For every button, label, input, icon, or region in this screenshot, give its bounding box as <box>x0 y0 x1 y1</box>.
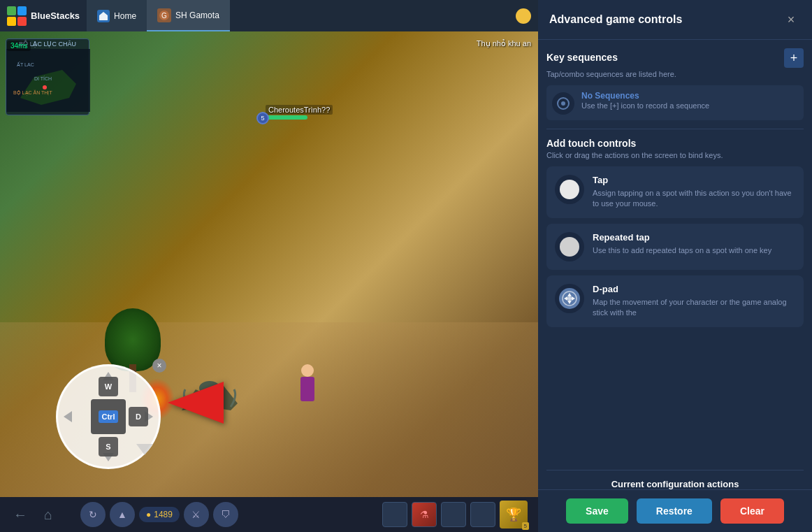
repeated-tap-card-desc: Use this to add repeated taps on a spot … <box>593 245 771 256</box>
location-label: Thụ nhỏ khu an <box>477 36 531 49</box>
dpad-control-card[interactable]: D-pad Map the movement of your character… <box>546 275 804 327</box>
home-tab-icon <box>97 10 110 22</box>
add-touch-subtitle: Click or drag the actions on the screen … <box>546 151 804 159</box>
skill-slot-4[interactable] <box>470 502 495 527</box>
skill-slot-3[interactable] <box>441 502 466 527</box>
tap-circle-icon <box>560 180 579 199</box>
gold-display: ● 1489 <box>139 507 180 522</box>
inventory-button[interactable]: ⚔ <box>184 502 209 527</box>
add-sequence-button[interactable]: + <box>784 48 804 68</box>
clear-button[interactable]: Clear <box>720 498 784 524</box>
collapse-arrow-icon[interactable] <box>136 444 153 455</box>
add-touch-controls-section: Add touch controls Click or drag the act… <box>546 138 804 327</box>
panel-title: Advanced game controls <box>549 13 682 26</box>
sequence-dot <box>561 101 565 106</box>
dpad-key-down: S <box>99 437 118 456</box>
repeated-tap-control-card[interactable]: Repeated tap Use this to add repeated ta… <box>546 224 804 270</box>
repeated-tap-icon <box>555 232 584 261</box>
svg-point-9 <box>43 85 47 89</box>
home-tab[interactable]: Home <box>87 0 147 31</box>
bluestacks-logo: BlueStacks <box>0 6 87 26</box>
tap-card-content: Tap Assign tapping on a spot with this a… <box>593 175 795 210</box>
panel-body[interactable]: Key sequences + Tap/combo sequences are … <box>538 40 812 454</box>
bluestacks-name: BlueStacks <box>31 10 80 21</box>
svg-rect-1 <box>17 6 27 15</box>
dpad-mini-icon <box>559 288 580 309</box>
player-character <box>293 364 321 406</box>
game-tab-icon: G <box>157 8 171 22</box>
no-sequences-desc: Use the [+] icon to record a sequence <box>581 101 709 111</box>
tap-icon <box>555 175 584 204</box>
tap-card-title: Tap <box>593 175 795 185</box>
dpad-center: Ctrl <box>91 399 126 434</box>
coin-icon <box>516 8 531 24</box>
key-sequences-subtitle: Tap/combo sequences are listed here. <box>546 70 804 78</box>
action-buttons-row: ↻ ▲ ● 1489 ⚔ ⛉ <box>80 502 238 527</box>
save-button[interactable]: Save <box>566 498 628 524</box>
refresh-button[interactable]: ↻ <box>80 502 106 527</box>
svg-point-19 <box>567 296 572 301</box>
dpad-card-icon <box>555 284 584 313</box>
current-config-title: Current configuration actions <box>546 479 804 489</box>
dpad-ctrl-key: Ctrl <box>99 410 119 423</box>
tap-control-card[interactable]: Tap Assign tapping on a spot with this a… <box>546 166 804 218</box>
game-area: BlueStacks Home G SH Gamota BỘ LẠC LỤC C… <box>0 0 538 532</box>
dpad-arrow-left-icon <box>64 411 72 422</box>
repeated-tap-circle-icon <box>560 237 579 257</box>
no-sequences-label: No Sequences <box>581 91 709 101</box>
panel-close-button[interactable]: × <box>781 10 801 29</box>
game-tab-label: SH Gamota <box>175 10 219 20</box>
potion-slot[interactable]: ⚗ <box>412 502 437 527</box>
armor-button[interactable]: ⛉ <box>213 502 238 527</box>
key-sequences-header-row: Key sequences + <box>546 48 804 68</box>
back-button[interactable]: ← <box>10 505 30 524</box>
home-tab-label: Home <box>114 11 136 21</box>
svg-rect-2 <box>7 17 16 26</box>
bluestacks-icon <box>7 6 27 26</box>
skill-slots: ⚗ 🏆 5 <box>382 501 528 529</box>
skill-slot-1[interactable] <box>382 502 407 527</box>
up-button[interactable]: ▲ <box>110 502 135 527</box>
dpad-card-desc: Map the movement of your character or th… <box>593 297 795 319</box>
advanced-controls-panel: Advanced game controls × Key sequences +… <box>538 0 812 532</box>
home-button[interactable]: ⌂ <box>38 505 58 524</box>
direction-arrow <box>168 382 224 424</box>
dpad-key-right: D <box>129 407 148 426</box>
panel-footer: Save Restore Clear <box>538 489 812 532</box>
no-sequences-text: No Sequences Use the [+] icon to record … <box>581 91 709 111</box>
section-divider-1 <box>546 129 804 129</box>
close-icon: × <box>788 13 795 27</box>
dpad-key-up: W <box>99 377 118 396</box>
svg-text:ẤT LAC: ẤT LAC <box>17 62 34 67</box>
restore-button[interactable]: Restore <box>637 498 712 524</box>
repeated-tap-card-title: Repeated tap <box>593 232 771 243</box>
svg-rect-0 <box>7 6 16 15</box>
health-bar <box>266 115 335 120</box>
svg-marker-15 <box>567 293 572 296</box>
key-sequences-section: Key sequences + Tap/combo sequences are … <box>546 48 804 120</box>
svg-text:DI TÍCH: DI TÍCH <box>34 76 52 81</box>
svg-text:BỘ LẠC ĂN THỊT: BỘ LẠC ĂN THỊT <box>13 89 52 96</box>
title-bar: BlueStacks Home G SH Gamota <box>0 0 538 31</box>
dpad-card-title: D-pad <box>593 284 795 294</box>
ping-value: 34ms <box>7 41 31 51</box>
player-name: CheroutesTrình?? <box>266 105 333 115</box>
dpad-close-button[interactable]: × <box>152 359 166 373</box>
trophy-slot[interactable]: 🏆 5 <box>500 501 528 529</box>
no-sequence-icon <box>552 92 574 115</box>
dpad-card-content: D-pad Map the movement of your character… <box>593 284 795 319</box>
svg-marker-16 <box>567 301 572 304</box>
bottom-navigation: ← ⌂ ↻ ▲ ● 1489 ⚔ ⛉ ⚗ 🏆 5 <box>0 497 538 532</box>
svg-rect-3 <box>17 17 27 26</box>
game-tab[interactable]: G SH Gamota <box>147 0 230 31</box>
repeated-tap-card-content: Repeated tap Use this to add repeated ta… <box>593 232 771 256</box>
dpad-svg-icon <box>562 291 577 306</box>
svg-marker-18 <box>572 296 575 301</box>
panel-header: Advanced game controls × <box>538 0 812 40</box>
minimap-svg: ẤT LAC DI TÍCH BỘ LẠC ĂN THỊT <box>6 49 90 112</box>
no-sequences-item: No Sequences Use the [+] icon to record … <box>546 85 804 120</box>
section-divider-2 <box>546 470 804 470</box>
current-config-section: Current configuration actions <box>538 454 812 489</box>
arrow-shape <box>168 382 224 424</box>
tap-card-desc: Assign tapping on a spot with this actio… <box>593 188 795 210</box>
